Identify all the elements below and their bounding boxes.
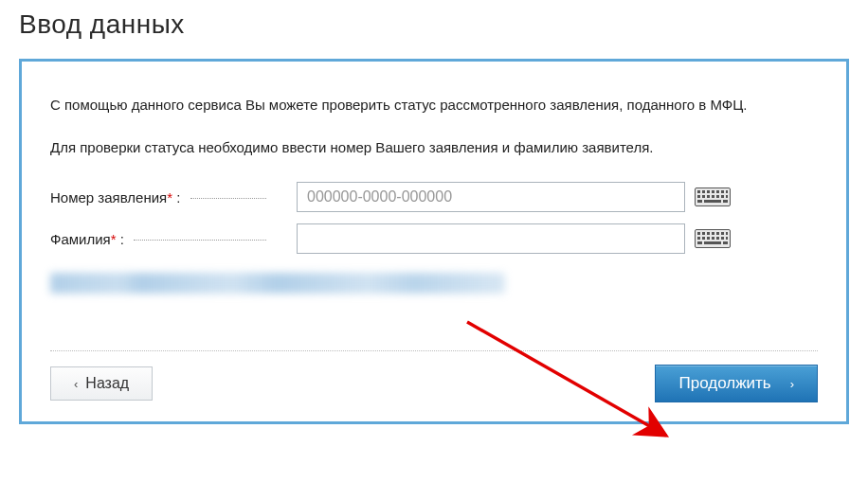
- svg-rect-31: [721, 237, 724, 240]
- svg-rect-11: [712, 195, 714, 198]
- svg-rect-25: [726, 232, 728, 235]
- svg-rect-9: [702, 195, 705, 198]
- button-row: ‹ Назад Продолжить ›: [50, 365, 818, 402]
- description-line-1: С помощью данного сервиса Вы можете пров…: [50, 95, 818, 116]
- continue-button[interactable]: Продолжить ›: [655, 365, 818, 402]
- svg-rect-35: [723, 241, 728, 244]
- svg-rect-17: [723, 200, 728, 203]
- svg-rect-14: [726, 195, 728, 198]
- label-colon: :: [120, 231, 124, 247]
- keyboard-icon[interactable]: [695, 228, 731, 249]
- svg-rect-1: [697, 190, 700, 193]
- required-mark: *: [167, 189, 172, 205]
- svg-rect-7: [726, 190, 728, 193]
- svg-rect-13: [721, 195, 724, 198]
- dotted-leader: [190, 198, 266, 199]
- svg-rect-27: [702, 237, 705, 240]
- svg-rect-20: [702, 232, 705, 235]
- continue-button-label: Продолжить: [678, 374, 770, 393]
- application-number-input[interactable]: [297, 182, 685, 212]
- svg-rect-15: [697, 200, 702, 203]
- description-line-2: Для проверки статуса необходимо ввести н…: [50, 137, 818, 159]
- footer-separator: [50, 350, 818, 351]
- svg-rect-10: [707, 195, 710, 198]
- svg-rect-23: [716, 232, 719, 235]
- row-application-number: Номер заявления* :: [50, 182, 818, 212]
- svg-rect-29: [712, 237, 714, 240]
- required-mark: *: [111, 231, 117, 247]
- svg-rect-26: [697, 237, 700, 240]
- svg-rect-12: [716, 195, 719, 198]
- row-surname: Фамилия* :: [50, 223, 818, 254]
- svg-rect-33: [697, 241, 702, 244]
- label-text: Номер заявления: [50, 189, 167, 205]
- label-application-number: Номер заявления* :: [50, 189, 297, 205]
- svg-rect-34: [704, 241, 721, 244]
- keyboard-icon[interactable]: [695, 187, 731, 207]
- svg-rect-22: [712, 232, 714, 235]
- page-title: Ввод данных: [0, 0, 868, 59]
- svg-rect-8: [697, 195, 700, 198]
- svg-rect-28: [707, 237, 710, 240]
- dotted-leader: [134, 240, 266, 241]
- back-button-label: Назад: [85, 375, 129, 392]
- svg-rect-2: [702, 190, 705, 193]
- svg-rect-4: [712, 190, 714, 193]
- chevron-left-icon: ‹: [74, 377, 78, 391]
- blurred-link: [50, 273, 505, 294]
- svg-rect-30: [716, 237, 719, 240]
- svg-rect-5: [716, 190, 719, 193]
- svg-rect-16: [704, 200, 721, 203]
- label-text: Фамилия: [50, 231, 111, 247]
- svg-rect-19: [697, 232, 700, 235]
- chevron-right-icon: ›: [790, 377, 794, 391]
- svg-rect-3: [707, 190, 710, 193]
- svg-rect-24: [721, 232, 724, 235]
- label-surname: Фамилия* :: [50, 231, 297, 247]
- svg-rect-6: [721, 190, 724, 193]
- form-panel: С помощью данного сервиса Вы можете пров…: [19, 59, 849, 424]
- back-button[interactable]: ‹ Назад: [50, 366, 153, 401]
- svg-rect-21: [707, 232, 710, 235]
- label-colon: :: [176, 189, 180, 205]
- surname-input[interactable]: [297, 223, 685, 254]
- svg-rect-32: [726, 237, 728, 240]
